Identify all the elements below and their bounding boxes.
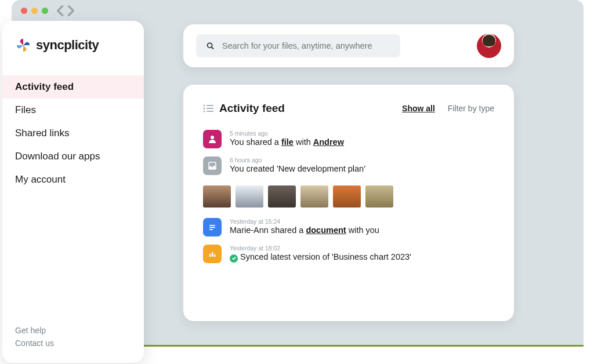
- feed-item-text: You shared a file with Andrew: [230, 137, 344, 147]
- feed-header: Activity feed Show all Filter by type: [203, 102, 494, 115]
- window-controls: [21, 6, 74, 14]
- document-icon: [203, 218, 222, 236]
- window-minimize-dot[interactable]: [31, 8, 38, 14]
- thumbnail[interactable]: [268, 185, 296, 208]
- chart-icon: [203, 245, 222, 263]
- syncplicity-logo-icon: [15, 37, 31, 53]
- image-icon: [203, 156, 222, 175]
- feed-item-body: 5 minutes agoYou shared a file with Andr…: [230, 130, 344, 147]
- svg-rect-12: [209, 254, 211, 257]
- svg-rect-2: [207, 105, 213, 106]
- svg-point-3: [204, 108, 205, 110]
- svg-rect-6: [207, 111, 213, 112]
- feed-item-body: 6 hours agoYou created 'New development …: [230, 156, 365, 173]
- avatar[interactable]: [477, 34, 501, 58]
- thumbnail[interactable]: [365, 185, 393, 208]
- svg-point-7: [211, 136, 214, 139]
- thumbnail[interactable]: [203, 185, 231, 208]
- thumbnail[interactable]: [236, 185, 263, 208]
- topbar: [183, 24, 514, 67]
- svg-rect-4: [207, 108, 213, 109]
- feed-item-text: Marie-Ann shared a document with you: [230, 225, 379, 235]
- feed-item-time: Yesterday at 15:24: [230, 218, 379, 225]
- svg-rect-13: [212, 252, 213, 257]
- nav-back-icon[interactable]: [57, 6, 65, 14]
- search-input[interactable]: [222, 41, 390, 50]
- feed-item[interactable]: Yesterday at 18:02Synced latest version …: [203, 245, 494, 263]
- sidebar-item-download-apps[interactable]: Download our apps: [2, 145, 144, 168]
- brand-name: syncplicity: [36, 38, 99, 53]
- thumbnail[interactable]: [333, 185, 361, 208]
- show-all-link[interactable]: Show all: [402, 104, 435, 113]
- sidebar-footer: Get help Contact us: [2, 326, 144, 363]
- feed-link[interactable]: file: [281, 137, 294, 147]
- feed-title: Activity feed: [219, 102, 285, 115]
- nav-arrows: [57, 6, 74, 14]
- footer-link-get-help[interactable]: Get help: [15, 326, 131, 335]
- feed-item-time: 6 hours ago: [230, 156, 365, 163]
- brand-logo: syncplicity: [2, 21, 144, 75]
- svg-rect-11: [209, 229, 213, 230]
- sidebar-item-files[interactable]: Files: [2, 99, 144, 122]
- thumbnail[interactable]: [300, 185, 328, 208]
- feed-link[interactable]: document: [306, 225, 346, 235]
- sidebar: syncplicity Activity feed Files Shared l…: [2, 21, 144, 363]
- nav-forward-icon[interactable]: [66, 6, 74, 14]
- feed-item-body: Yesterday at 15:24Marie-Ann shared a doc…: [230, 218, 379, 235]
- list-icon: [203, 104, 213, 112]
- feed-item-text: You created 'New development plan': [230, 164, 365, 173]
- window-close-dot[interactable]: [21, 8, 27, 14]
- sidebar-nav: Activity feed Files Shared links Downloa…: [2, 75, 144, 191]
- svg-rect-14: [214, 254, 216, 257]
- feed-list: 5 minutes agoYou shared a file with Andr…: [203, 130, 494, 263]
- feed-item-time: Yesterday at 18:02: [230, 245, 411, 252]
- person-icon: [203, 130, 222, 148]
- search-box[interactable]: [196, 34, 400, 57]
- thumbnail-strip: [203, 185, 494, 208]
- svg-point-1: [204, 105, 205, 107]
- activity-feed-card: Activity feed Show all Filter by type 5 …: [183, 85, 514, 321]
- feed-item[interactable]: 6 hours agoYou created 'New development …: [203, 156, 494, 175]
- sidebar-item-activity-feed[interactable]: Activity feed: [2, 75, 144, 99]
- sidebar-item-shared-links[interactable]: Shared links: [2, 122, 144, 145]
- svg-point-5: [204, 111, 205, 112]
- svg-rect-10: [209, 227, 215, 228]
- window-maximize-dot[interactable]: [42, 8, 48, 14]
- check-icon: [230, 254, 238, 263]
- sidebar-item-my-account[interactable]: My account: [2, 168, 144, 191]
- feed-link[interactable]: Andrew: [313, 137, 344, 147]
- svg-rect-9: [209, 225, 215, 226]
- footer-link-contact-us[interactable]: Contact us: [15, 338, 131, 348]
- feed-item[interactable]: 5 minutes agoYou shared a file with Andr…: [203, 130, 494, 148]
- feed-item[interactable]: Yesterday at 15:24Marie-Ann shared a doc…: [203, 218, 494, 236]
- search-icon: [207, 42, 214, 50]
- feed-item-time: 5 minutes ago: [230, 130, 344, 137]
- feed-item-body: Yesterday at 18:02Synced latest version …: [230, 245, 411, 263]
- filter-by-type[interactable]: Filter by type: [448, 104, 494, 113]
- feed-item-text: Synced latest version of 'Business chart…: [230, 252, 411, 263]
- svg-point-0: [208, 43, 212, 48]
